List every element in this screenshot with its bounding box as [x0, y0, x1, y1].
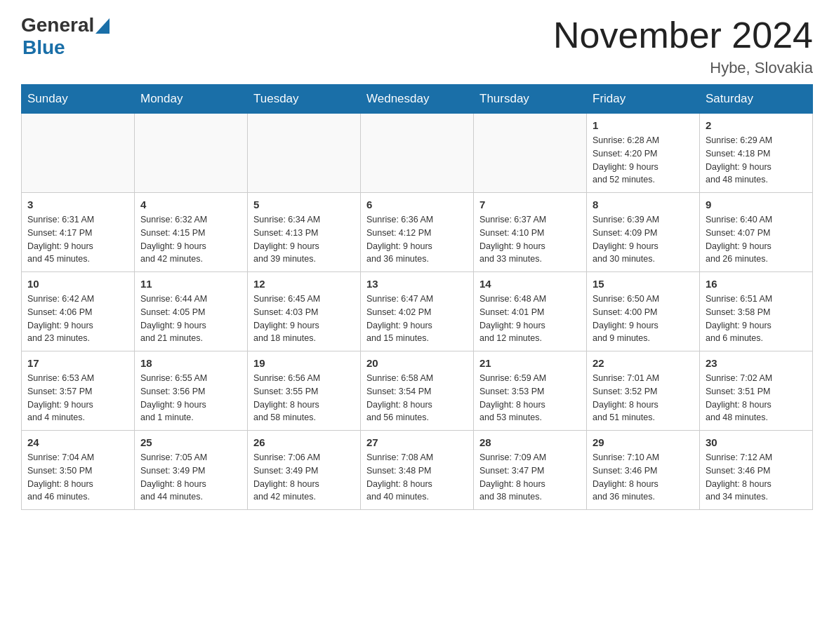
day-info: Sunrise: 6:51 AM Sunset: 3:58 PM Dayligh…: [706, 293, 807, 345]
calendar-cell: 17Sunrise: 6:53 AM Sunset: 3:57 PM Dayli…: [22, 351, 135, 431]
day-number: 25: [140, 436, 241, 448]
day-info: Sunrise: 7:08 AM Sunset: 3:48 PM Dayligh…: [366, 451, 468, 504]
calendar-cell: 30Sunrise: 7:12 AM Sunset: 3:46 PM Dayli…: [700, 431, 813, 510]
day-number: 14: [479, 278, 581, 290]
day-number: 3: [27, 199, 128, 210]
calendar-table: SundayMondayTuesdayWednesdayThursdayFrid…: [21, 84, 813, 510]
day-info: Sunrise: 6:58 AM Sunset: 3:54 PM Dayligh…: [366, 372, 468, 424]
weekday-header-tuesday: Tuesday: [248, 85, 361, 114]
calendar-week-row: 1Sunrise: 6:28 AM Sunset: 4:20 PM Daylig…: [22, 114, 813, 193]
calendar-cell: 12Sunrise: 6:45 AM Sunset: 4:03 PM Dayli…: [248, 272, 361, 351]
day-number: 12: [253, 278, 355, 290]
day-info: Sunrise: 7:12 AM Sunset: 3:46 PM Dayligh…: [706, 451, 807, 504]
calendar-cell: 29Sunrise: 7:10 AM Sunset: 3:46 PM Dayli…: [587, 431, 700, 510]
calendar-cell: 22Sunrise: 7:01 AM Sunset: 3:52 PM Dayli…: [587, 351, 700, 431]
weekday-header-monday: Monday: [135, 85, 248, 114]
day-info: Sunrise: 6:56 AM Sunset: 3:55 PM Dayligh…: [253, 372, 355, 424]
calendar-cell: 8Sunrise: 6:39 AM Sunset: 4:09 PM Daylig…: [587, 193, 700, 272]
day-number: 10: [27, 278, 128, 290]
calendar-cell: 10Sunrise: 6:42 AM Sunset: 4:06 PM Dayli…: [22, 272, 135, 351]
calendar-cell: 28Sunrise: 7:09 AM Sunset: 3:47 PM Dayli…: [474, 431, 587, 510]
day-info: Sunrise: 7:05 AM Sunset: 3:49 PM Dayligh…: [140, 451, 241, 504]
calendar-cell: [135, 114, 248, 193]
calendar-cell: 2Sunrise: 6:29 AM Sunset: 4:18 PM Daylig…: [700, 114, 813, 193]
calendar-cell: 6Sunrise: 6:36 AM Sunset: 4:12 PM Daylig…: [361, 193, 474, 272]
calendar-cell: 13Sunrise: 6:47 AM Sunset: 4:02 PM Dayli…: [361, 272, 474, 351]
calendar-cell: 4Sunrise: 6:32 AM Sunset: 4:15 PM Daylig…: [135, 193, 248, 272]
day-info: Sunrise: 6:39 AM Sunset: 4:09 PM Dayligh…: [593, 213, 694, 266]
calendar-cell: 20Sunrise: 6:58 AM Sunset: 3:54 PM Dayli…: [361, 351, 474, 431]
calendar-cell: 5Sunrise: 6:34 AM Sunset: 4:13 PM Daylig…: [248, 193, 361, 272]
calendar-cell: 1Sunrise: 6:28 AM Sunset: 4:20 PM Daylig…: [587, 114, 700, 193]
day-info: Sunrise: 6:40 AM Sunset: 4:07 PM Dayligh…: [706, 213, 807, 266]
day-number: 5: [253, 199, 355, 210]
day-number: 18: [140, 357, 241, 369]
calendar-week-row: 10Sunrise: 6:42 AM Sunset: 4:06 PM Dayli…: [22, 272, 813, 351]
day-number: 28: [479, 436, 581, 448]
day-number: 27: [366, 436, 468, 448]
calendar-cell: 3Sunrise: 6:31 AM Sunset: 4:17 PM Daylig…: [22, 193, 135, 272]
day-number: 17: [27, 357, 128, 369]
day-number: 13: [366, 278, 468, 290]
day-number: 7: [479, 199, 581, 210]
calendar-cell: 14Sunrise: 6:48 AM Sunset: 4:01 PM Dayli…: [474, 272, 587, 351]
day-number: 2: [706, 119, 807, 131]
day-info: Sunrise: 7:04 AM Sunset: 3:50 PM Dayligh…: [27, 451, 128, 504]
day-number: 21: [479, 357, 581, 369]
calendar-cell: 16Sunrise: 6:51 AM Sunset: 3:58 PM Dayli…: [700, 272, 813, 351]
day-info: Sunrise: 6:59 AM Sunset: 3:53 PM Dayligh…: [479, 372, 581, 424]
day-number: 11: [140, 278, 241, 290]
day-info: Sunrise: 6:42 AM Sunset: 4:06 PM Dayligh…: [27, 293, 128, 345]
day-info: Sunrise: 6:28 AM Sunset: 4:20 PM Dayligh…: [593, 134, 694, 187]
day-info: Sunrise: 7:09 AM Sunset: 3:47 PM Dayligh…: [479, 451, 581, 504]
weekday-header-wednesday: Wednesday: [361, 85, 474, 114]
day-info: Sunrise: 6:37 AM Sunset: 4:10 PM Dayligh…: [479, 213, 581, 266]
day-info: Sunrise: 6:44 AM Sunset: 4:05 PM Dayligh…: [140, 293, 241, 345]
day-info: Sunrise: 6:45 AM Sunset: 4:03 PM Dayligh…: [253, 293, 355, 345]
calendar-cell: 23Sunrise: 7:02 AM Sunset: 3:51 PM Dayli…: [700, 351, 813, 431]
calendar-cell: 11Sunrise: 6:44 AM Sunset: 4:05 PM Dayli…: [135, 272, 248, 351]
svg-marker-0: [95, 18, 110, 34]
day-number: 29: [593, 436, 694, 448]
day-info: Sunrise: 6:34 AM Sunset: 4:13 PM Dayligh…: [253, 213, 355, 266]
calendar-cell: 19Sunrise: 6:56 AM Sunset: 3:55 PM Dayli…: [248, 351, 361, 431]
day-number: 16: [706, 278, 807, 290]
weekday-header-sunday: Sunday: [22, 85, 135, 114]
weekday-header-thursday: Thursday: [474, 85, 587, 114]
calendar-cell: [361, 114, 474, 193]
calendar-week-row: 17Sunrise: 6:53 AM Sunset: 3:57 PM Dayli…: [22, 351, 813, 431]
day-info: Sunrise: 6:31 AM Sunset: 4:17 PM Dayligh…: [27, 213, 128, 266]
calendar-cell: 9Sunrise: 6:40 AM Sunset: 4:07 PM Daylig…: [700, 193, 813, 272]
calendar-cell: 27Sunrise: 7:08 AM Sunset: 3:48 PM Dayli…: [361, 431, 474, 510]
day-number: 24: [27, 436, 128, 448]
title-block: November 2024 Hybe, Slovakia: [553, 14, 813, 77]
calendar-week-row: 3Sunrise: 6:31 AM Sunset: 4:17 PM Daylig…: [22, 193, 813, 272]
calendar-title: November 2024: [553, 14, 813, 56]
day-info: Sunrise: 6:32 AM Sunset: 4:15 PM Dayligh…: [140, 213, 241, 266]
day-number: 26: [253, 436, 355, 448]
day-info: Sunrise: 7:02 AM Sunset: 3:51 PM Dayligh…: [706, 372, 807, 424]
weekday-header-row: SundayMondayTuesdayWednesdayThursdayFrid…: [22, 85, 813, 114]
calendar-cell: [248, 114, 361, 193]
calendar-cell: 26Sunrise: 7:06 AM Sunset: 3:49 PM Dayli…: [248, 431, 361, 510]
weekday-header-saturday: Saturday: [700, 85, 813, 114]
calendar-cell: [474, 114, 587, 193]
day-info: Sunrise: 7:01 AM Sunset: 3:52 PM Dayligh…: [593, 372, 694, 424]
day-info: Sunrise: 6:36 AM Sunset: 4:12 PM Dayligh…: [366, 213, 468, 266]
weekday-header-friday: Friday: [587, 85, 700, 114]
calendar-cell: 7Sunrise: 6:37 AM Sunset: 4:10 PM Daylig…: [474, 193, 587, 272]
logo[interactable]: General Blue: [21, 14, 110, 59]
day-number: 20: [366, 357, 468, 369]
logo-triangle-icon: [95, 18, 110, 34]
day-number: 22: [593, 357, 694, 369]
day-number: 15: [593, 278, 694, 290]
day-number: 1: [593, 119, 694, 131]
calendar-week-row: 24Sunrise: 7:04 AM Sunset: 3:50 PM Dayli…: [22, 431, 813, 510]
day-number: 19: [253, 357, 355, 369]
page-header: General Blue November 2024 Hybe, Slovaki…: [21, 14, 813, 77]
logo-general-text: General: [21, 14, 94, 36]
day-number: 23: [706, 357, 807, 369]
calendar-cell: 15Sunrise: 6:50 AM Sunset: 4:00 PM Dayli…: [587, 272, 700, 351]
day-info: Sunrise: 6:29 AM Sunset: 4:18 PM Dayligh…: [706, 134, 807, 187]
day-info: Sunrise: 6:55 AM Sunset: 3:56 PM Dayligh…: [140, 372, 241, 424]
